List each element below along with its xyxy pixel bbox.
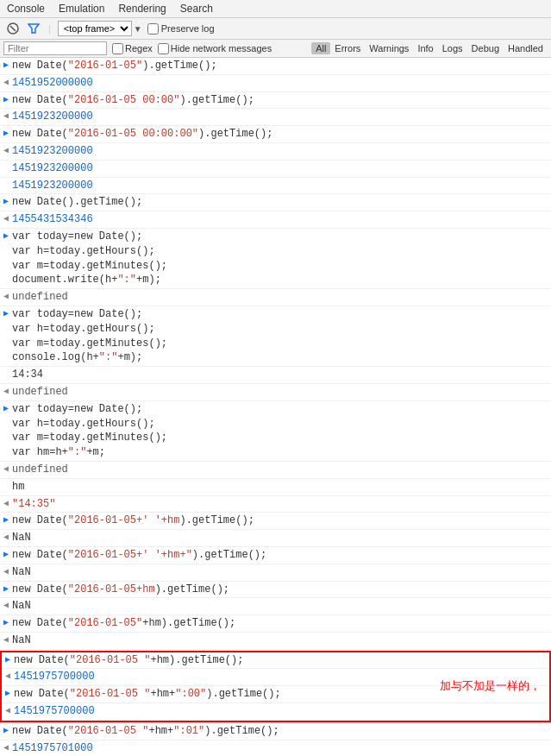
table-row: ▶ new Date("2016-01-05 "+hm).getTime();: [2, 652, 549, 670]
hide-network-label: Hide network messages: [171, 43, 272, 54]
expand-arrow[interactable]: ▶: [2, 653, 14, 665]
level-debug[interactable]: Debug: [467, 42, 504, 54]
menu-console[interactable]: Console: [5, 2, 47, 16]
svg-line-1: [10, 26, 16, 31]
table-row: ◀ 1451975701000: [0, 740, 551, 755]
table-row: hm: [0, 479, 551, 496]
table-row: ◀ 1451923200000: [0, 109, 551, 126]
table-row: ▶ new Date("2016-01-05+' '+hm+").getTime…: [0, 547, 551, 564]
table-row: ◀ 1451952000000: [0, 75, 551, 92]
hide-network-checkbox-group: Hide network messages: [158, 43, 272, 54]
clear-button[interactable]: [5, 22, 21, 35]
regex-checkbox-group: Regex: [112, 43, 153, 54]
expand-arrow[interactable]: ▶: [0, 230, 12, 241]
expand-arrow[interactable]: ▶: [0, 127, 12, 138]
expand-arrow[interactable]: ▶: [0, 583, 12, 594]
table-row: 1451923200000: [0, 161, 551, 178]
table-row: 1451923200000: [0, 178, 551, 195]
expand-arrow[interactable]: ▶: [0, 616, 12, 627]
toolbar: | <top frame> ▼ Preserve log: [0, 18, 551, 40]
table-row: ◀ "14:35": [0, 496, 551, 513]
result-arrow: ◀: [0, 144, 12, 155]
result-arrow: ◀: [0, 212, 12, 224]
hide-network-checkbox[interactable]: [158, 43, 169, 54]
filter-options: Regex Hide network messages: [112, 43, 272, 54]
table-row: ▶ new Date("2016-01-05"+hm).getTime();: [0, 615, 551, 633]
result-arrow: ◀: [0, 497, 12, 508]
expand-arrow[interactable]: ▶: [0, 724, 12, 735]
expand-arrow[interactable]: ▶: [0, 195, 12, 206]
table-row: ▶ new Date("2016-01-05 00:00:00").getTim…: [0, 126, 551, 143]
annotation-text: 加与不加是一样的，: [440, 678, 541, 694]
table-row: ▶ var today=new Date(); var h=today.getH…: [0, 401, 551, 462]
regex-checkbox[interactable]: [112, 43, 123, 54]
preserve-log-group: Preserve log: [147, 23, 215, 35]
expand-arrow[interactable]: ▶: [0, 93, 12, 104]
result-arrow: ◀: [0, 110, 12, 121]
result-arrow: ◀: [0, 290, 12, 301]
expand-arrow[interactable]: ▶: [0, 307, 12, 318]
level-all[interactable]: All: [311, 42, 330, 54]
table-row: ◀ 1451975700000: [2, 703, 549, 721]
table-row: ▶ new Date("2016-01-05+hm).getTime();: [0, 582, 551, 599]
svg-marker-2: [28, 24, 39, 33]
expand-arrow[interactable]: ▶: [0, 59, 12, 70]
table-row: ▶ new Date("2016-01-05 "+hm+":01").getTi…: [0, 723, 551, 740]
level-handled[interactable]: Handled: [504, 42, 548, 54]
frame-selector: <top frame> ▼: [58, 21, 142, 36]
result-arrow: ◀: [0, 76, 12, 87]
preserve-log-checkbox[interactable]: [147, 23, 159, 35]
table-row: ◀ NaN: [0, 564, 551, 582]
table-row: ◀ NaN: [0, 598, 551, 615]
level-logs[interactable]: Logs: [438, 42, 467, 54]
menu-emulation[interactable]: Emulation: [57, 2, 106, 16]
result-arrow: ◀: [0, 463, 12, 474]
expand-arrow[interactable]: ▶: [2, 687, 14, 698]
table-row: ◀ NaN: [0, 530, 551, 547]
regex-label: Regex: [125, 43, 153, 54]
table-row: ◀ undefined: [0, 289, 551, 306]
preserve-log-label: Preserve log: [161, 23, 215, 34]
table-row: ▶ new Date().getTime();: [0, 194, 551, 211]
table-row: ▶ new Date("2016-01-05+' '+hm).getTime()…: [0, 513, 551, 530]
filter-input[interactable]: [3, 41, 107, 55]
table-row: 14:34: [0, 367, 551, 384]
table-row: ▶ var today=new Date(); var h=today.getH…: [0, 306, 551, 367]
table-row: ▶ new Date("2016-01-05").getTime();: [0, 58, 551, 75]
result-arrow: ◀: [0, 385, 12, 396]
level-buttons: All Errors Warnings Info Logs Debug Hand…: [311, 42, 548, 54]
highlighted-section: ▶ new Date("2016-01-05 "+hm).getTime(); …: [0, 651, 551, 722]
table-row: ◀ undefined: [0, 384, 551, 401]
expand-arrow[interactable]: ▶: [0, 548, 12, 559]
level-info[interactable]: Info: [413, 42, 437, 54]
table-row: ▶ new Date("2016-01-05 00:00").getTime()…: [0, 92, 551, 110]
level-errors[interactable]: Errors: [330, 42, 365, 54]
menu-bar: Console Emulation Rendering Search: [0, 0, 551, 18]
table-row: ◀ 1455431534346: [0, 211, 551, 229]
frame-select[interactable]: <top frame>: [58, 21, 132, 36]
expand-arrow[interactable]: ▶: [0, 513, 12, 525]
table-row: ◀ NaN: [0, 633, 551, 650]
filter-bar: Regex Hide network messages All Errors W…: [0, 40, 551, 58]
level-warnings[interactable]: Warnings: [365, 42, 413, 54]
table-row: ◀ undefined: [0, 462, 551, 479]
filter-icon-button[interactable]: [26, 22, 41, 35]
menu-search[interactable]: Search: [178, 2, 215, 16]
menu-rendering[interactable]: Rendering: [116, 2, 167, 16]
expand-arrow[interactable]: ▶: [0, 402, 12, 413]
console-output: ▶ new Date("2016-01-05").getTime(); ◀ 14…: [0, 58, 551, 755]
table-row: ◀ 1451923200000: [0, 143, 551, 161]
table-row: ▶ var today=new Date(); var h=today.getH…: [0, 229, 551, 289]
